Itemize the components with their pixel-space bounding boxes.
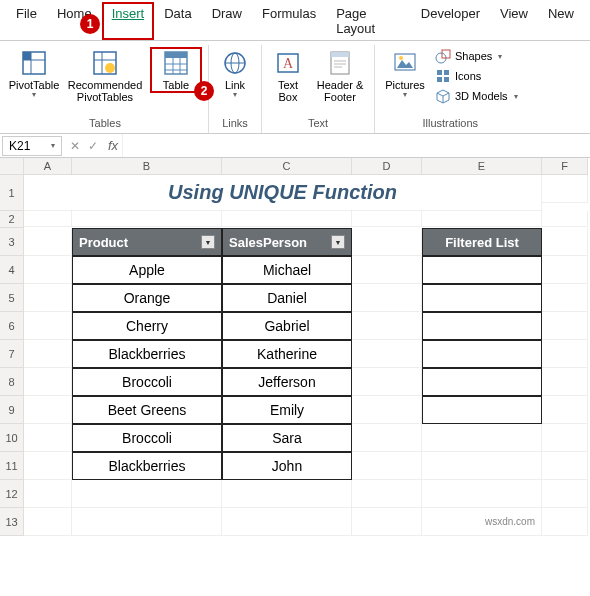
select-all-corner[interactable] — [0, 158, 24, 175]
cell[interactable] — [352, 340, 422, 368]
cell[interactable] — [222, 211, 352, 227]
col-header[interactable]: B — [72, 158, 222, 175]
cell[interactable] — [24, 452, 72, 480]
cell[interactable] — [222, 480, 352, 508]
table-cell[interactable]: Sara — [222, 424, 352, 452]
tab-insert[interactable]: Insert — [102, 2, 155, 40]
cell[interactable] — [352, 452, 422, 480]
cell[interactable] — [24, 312, 72, 340]
filtered-list-header[interactable]: Filtered List — [422, 228, 542, 256]
table-header-product[interactable]: Product ▼ — [72, 228, 222, 256]
cell[interactable] — [24, 480, 72, 508]
cell[interactable] — [24, 256, 72, 284]
col-header[interactable]: E — [422, 158, 542, 175]
table-cell[interactable]: Daniel — [222, 284, 352, 312]
cell[interactable] — [352, 396, 422, 424]
table-cell[interactable]: Emily — [222, 396, 352, 424]
cell[interactable]: wsxdn.com — [422, 508, 542, 536]
cell[interactable] — [24, 396, 72, 424]
cell[interactable] — [24, 211, 72, 227]
worksheet-grid[interactable]: A B C D E F 1 Using UNIQUE Function 2 3 … — [0, 158, 590, 536]
table-cell[interactable]: Beet Greens — [72, 396, 222, 424]
row-header[interactable]: 6 — [0, 312, 24, 340]
shapes-button[interactable]: Shapes▾ — [433, 47, 520, 65]
cell[interactable] — [72, 211, 222, 227]
cell[interactable] — [352, 480, 422, 508]
table-cell[interactable]: Apple — [72, 256, 222, 284]
filtered-cell[interactable] — [422, 368, 542, 396]
table-cell[interactable]: Orange — [72, 284, 222, 312]
filter-dropdown-icon[interactable]: ▼ — [201, 235, 215, 249]
cell[interactable] — [352, 284, 422, 312]
table-cell[interactable]: Cherry — [72, 312, 222, 340]
cell[interactable] — [352, 424, 422, 452]
3dmodels-button[interactable]: 3D Models▾ — [433, 87, 520, 105]
cell[interactable] — [542, 480, 588, 508]
cell[interactable] — [222, 508, 352, 536]
cell[interactable] — [72, 480, 222, 508]
accept-icon[interactable]: ✓ — [88, 139, 98, 153]
formula-input[interactable] — [122, 134, 590, 157]
fx-icon[interactable]: fx — [104, 138, 122, 153]
cell[interactable] — [422, 424, 542, 452]
filtered-cell[interactable] — [422, 256, 542, 284]
col-header[interactable]: A — [24, 158, 72, 175]
cell[interactable] — [542, 452, 588, 480]
cell[interactable] — [542, 256, 588, 284]
row-header[interactable]: 2 — [0, 211, 24, 228]
textbox-button[interactable]: A Text Box — [268, 47, 308, 105]
tab-data[interactable]: Data — [154, 2, 201, 40]
cell[interactable] — [352, 312, 422, 340]
cell[interactable] — [24, 368, 72, 396]
pivottable-button[interactable]: PivotTable ▾ — [8, 47, 60, 102]
row-header[interactable]: 1 — [0, 175, 24, 211]
cell[interactable] — [24, 424, 72, 452]
col-header[interactable]: C — [222, 158, 352, 175]
headerfooter-button[interactable]: Header & Footer — [312, 47, 368, 105]
cell[interactable] — [352, 508, 422, 536]
col-header[interactable]: D — [352, 158, 422, 175]
row-header[interactable]: 12 — [0, 480, 24, 508]
tab-file[interactable]: File — [6, 2, 47, 40]
filter-dropdown-icon[interactable]: ▼ — [331, 235, 345, 249]
cancel-icon[interactable]: ✕ — [70, 139, 80, 153]
cell[interactable] — [542, 312, 588, 340]
table-cell[interactable]: Michael — [222, 256, 352, 284]
table-cell[interactable]: Jefferson — [222, 368, 352, 396]
row-header[interactable]: 8 — [0, 368, 24, 396]
cell[interactable] — [542, 340, 588, 368]
cell[interactable] — [24, 340, 72, 368]
table-button[interactable]: Table 2 — [150, 47, 202, 93]
table-header-salesperson[interactable]: SalesPerson ▼ — [222, 228, 352, 256]
cell[interactable] — [24, 228, 72, 256]
name-box[interactable]: K21 ▾ — [2, 136, 62, 156]
cell[interactable] — [352, 368, 422, 396]
cell[interactable] — [542, 211, 588, 227]
cell[interactable] — [542, 175, 588, 203]
link-button[interactable]: Link ▾ — [215, 47, 255, 102]
chevron-down-icon[interactable]: ▾ — [51, 141, 55, 150]
row-header[interactable]: 7 — [0, 340, 24, 368]
tab-new[interactable]: New — [538, 2, 584, 40]
cell[interactable] — [422, 480, 542, 508]
row-header[interactable]: 4 — [0, 256, 24, 284]
cell[interactable] — [422, 211, 542, 227]
cell[interactable] — [542, 228, 588, 256]
table-cell[interactable]: Blackberries — [72, 340, 222, 368]
filtered-cell[interactable] — [422, 396, 542, 424]
table-cell[interactable]: Katherine — [222, 340, 352, 368]
cell[interactable] — [422, 452, 542, 480]
cell[interactable] — [352, 211, 422, 227]
cell[interactable] — [542, 368, 588, 396]
icons-button[interactable]: Icons — [433, 67, 520, 85]
tab-formulas[interactable]: Formulas — [252, 2, 326, 40]
tab-view[interactable]: View — [490, 2, 538, 40]
cell[interactable] — [352, 256, 422, 284]
row-header[interactable]: 13 — [0, 508, 24, 536]
tab-draw[interactable]: Draw — [202, 2, 252, 40]
col-header[interactable]: F — [542, 158, 588, 175]
row-header[interactable]: 5 — [0, 284, 24, 312]
cell[interactable] — [542, 396, 588, 424]
row-header[interactable]: 11 — [0, 452, 24, 480]
table-cell[interactable]: Gabriel — [222, 312, 352, 340]
